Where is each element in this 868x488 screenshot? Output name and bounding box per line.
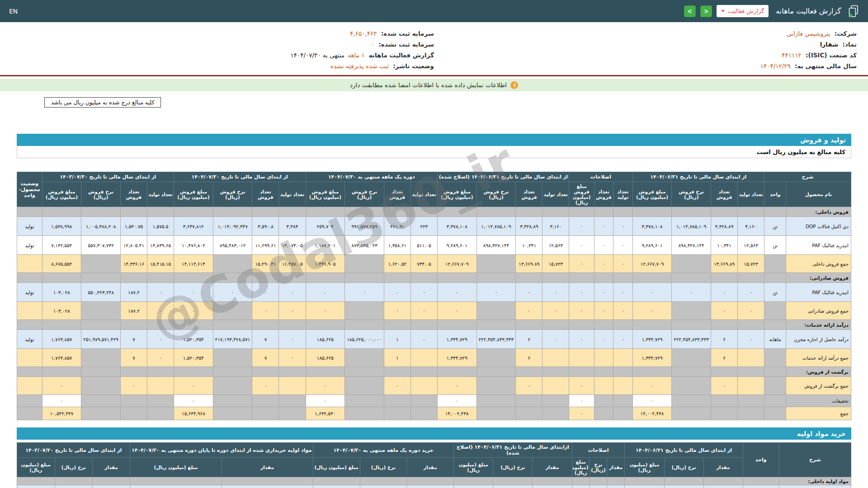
rate-cell (345, 255, 384, 273)
rate-cell: ۱,۰۱۳,۰۹۲,۳۴۷ (213, 217, 252, 236)
table-row: انیدرید فتالیک PAFتن۱۲,۵۶۳۱۰,۳۴۱۸۹۸,۳۲۷,… (17, 236, 851, 255)
column-group-header: خرید دوره یک ماهه منتهی به ۱۴۰۴/۰۷/۳۰ (313, 443, 453, 458)
qty-cell (410, 377, 437, 395)
amount-cell: ۰ (569, 330, 594, 349)
status-cell (17, 320, 42, 330)
qty-cell (613, 395, 632, 407)
qty-cell (613, 207, 632, 217)
raw-materials-table-wrap: شرحواحداز ابتدای سال مالی تا تاریخ ۱۴۰۴/… (17, 442, 851, 488)
rate-cell (213, 302, 252, 320)
rate-cell (493, 477, 533, 485)
rate-cell: ۰ (476, 283, 516, 302)
table-row: جمع برگشت از فروش۰۰۰۰۰۰۰۰۰۰۰ (17, 377, 851, 395)
report-type-label: گزارش فعالیت (728, 8, 764, 14)
qty-cell: ۲۲۳ (410, 217, 437, 236)
amount-cell (313, 485, 360, 488)
amount-cell: ۰ (42, 395, 81, 407)
qty-cell: ۱۵,۴۱۵.۱۵ (147, 255, 174, 273)
rate-cell (345, 302, 384, 320)
info-label: وضعیت ناشر: (393, 62, 434, 70)
column-header: نرخ فروش (ریال) (672, 182, 711, 207)
qty-cell: ۰ (711, 377, 738, 395)
rate-cell (213, 367, 252, 377)
amount-cell (174, 207, 213, 217)
status-cell: تولید (17, 330, 42, 349)
rate-cell (345, 395, 384, 407)
production-sales-subtitle: کلیه مبالغ به میلیون ریال است (17, 146, 851, 158)
rate-cell (476, 407, 516, 420)
language-toggle-en[interactable]: EN (9, 8, 18, 15)
qty-cell (516, 367, 542, 377)
table-row: جمع۱۴,۰۰۲,۴۳۸۰۱۴,۰۰۲,۴۳۸۱,۶۳۲,۵۳۰۱۵,۶۳۴,… (17, 407, 851, 420)
column-header: تعداد فروش (594, 182, 613, 207)
rate-cell: ۸۹۸,۳۲۷,۱۴۴ (672, 236, 711, 255)
qty-cell: ۱۳,۶۶۹.۸۹ (516, 255, 542, 273)
rate-cell (81, 207, 121, 217)
prev-report-button[interactable]: < (684, 5, 696, 17)
column-header: مبلغ (میلیون ریال) (625, 458, 664, 477)
amount-cell: ۰ (569, 255, 594, 273)
qty-cell: ۰ (613, 283, 632, 302)
qty-cell (147, 407, 174, 420)
column-header: تعداد فروش (120, 182, 147, 207)
qty-cell (607, 485, 625, 488)
rate-cell (81, 255, 121, 273)
rate-cell (476, 320, 516, 330)
qty-cell (410, 207, 437, 217)
qty-cell (516, 320, 542, 330)
info-label: سرمایه ثبت شده: (381, 30, 434, 37)
status-cell (17, 377, 42, 395)
status-cell (17, 207, 42, 217)
qty-cell: ۰ (384, 302, 410, 320)
unit-cell (764, 255, 786, 273)
qty-cell (410, 273, 437, 283)
column-header: مبلغ (میلیون ریال) (454, 458, 493, 477)
qty-cell: ۰ (252, 283, 279, 302)
info-row: شرکت: پتروشيمي فارابي (434, 28, 857, 39)
next-report-button[interactable]: > (700, 5, 712, 17)
column-header: مبلغ (میلیون ریال) (130, 458, 222, 477)
column-header: مقدار (222, 458, 313, 477)
amount-cell: ۰ (632, 283, 672, 302)
qty-cell (384, 273, 410, 283)
report-type-dropdown[interactable]: گزارش فعالیت (717, 5, 769, 17)
qty-cell: ۰ (738, 330, 764, 349)
qty-cell (711, 273, 738, 283)
info-label: نماد: (842, 41, 857, 48)
qty-cell (147, 395, 174, 407)
qty-cell (542, 407, 569, 420)
amount-cell (174, 367, 213, 377)
qty-cell: ۰ (613, 330, 632, 349)
amount-cell (625, 485, 664, 488)
amount-cell: ۰ (437, 302, 476, 320)
amount-cell: ۱۴,۰۰۲,۴۳۸ (437, 407, 476, 420)
qty-cell: ۱,۵۷۵.۵ (147, 217, 174, 236)
qty-cell (542, 273, 569, 283)
column-group-header: از ابتدای سال مالی تا تاریخ ۱۴۰۴/۰۶/۳۱ (… (437, 172, 569, 182)
company-info-right-column: شرکت: پتروشيمي فارابينماد: شفاراکد صنعت … (434, 28, 857, 71)
column-group-header: شرح (779, 443, 851, 477)
qty-cell (279, 273, 306, 283)
qty-cell (711, 320, 738, 330)
rate-cell: ۸۹۸,۳۲۷,۱۴۴ (476, 236, 516, 255)
qty-cell: ۰ (711, 283, 738, 302)
report-table: شرحاز ابتدای سال مالی تا تاریخ ۱۴۰۴/۰۶/۳… (17, 172, 851, 420)
rate-cell (476, 367, 516, 377)
amount-cell: ۱,۳۳۴,۷۲۹ (437, 349, 476, 367)
qty-cell (120, 273, 147, 283)
qty-cell (738, 367, 764, 377)
company-info-left-column: سرمایه ثبت شده: ۴,۶۵۰,۴۶۳سرمایه ثبت نشده… (11, 28, 434, 71)
amount-cell: ۱۰,۵۴۲,۴۳۷ (42, 407, 81, 420)
production-sales-table: شرحاز ابتدای سال مالی تا تاریخ ۱۴۰۴/۰۶/۳… (17, 172, 851, 420)
qty-cell: ۰ (711, 302, 738, 320)
qty-cell (410, 320, 437, 330)
amount-cell (569, 320, 594, 330)
column-header: واحد (764, 182, 786, 207)
qty-cell (222, 485, 313, 488)
qty-cell: ۱۲,۸۰۵.۴۱ (120, 236, 147, 255)
qty-cell (516, 395, 542, 407)
qty-cell (533, 485, 572, 488)
qty-cell (613, 407, 632, 420)
qty-cell (279, 367, 306, 377)
qty-cell: ۱,۵۳۰.۷۵ (120, 217, 147, 236)
